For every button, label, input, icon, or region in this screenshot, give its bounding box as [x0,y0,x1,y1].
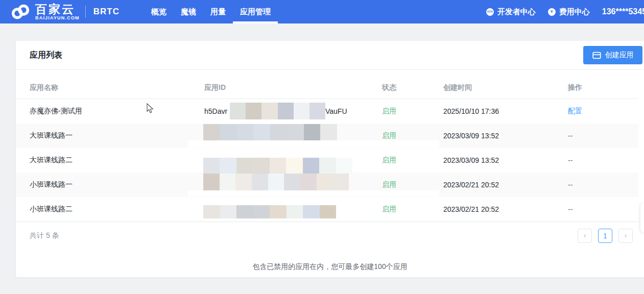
create-app-label: 创建应用 [605,51,634,60]
status-badge: 启用 [382,180,443,189]
prev-page-button[interactable]: ‹ [578,229,592,243]
developer-center-label: 开发者中心 [497,7,536,17]
status-badge: 启用 [382,205,443,214]
brand-divider [85,6,86,18]
app-name: 小班课线路一 [30,180,204,189]
card-header: 应用列表 创建应用 [16,41,644,70]
mouse-cursor [147,103,154,116]
billing-center-label: 费用中心 [559,7,590,17]
redacted-app-id [203,158,352,174]
main-nav: 概览 魔镜 用量 应用管理 [144,0,278,23]
status-badge: 启用 [382,131,443,140]
create-app-button[interactable]: 创建应用 [583,46,642,64]
nav-item-usage[interactable]: 用量 [203,0,233,23]
redacted-app-id [203,205,336,218]
status-badge: 启用 [382,156,443,165]
app-list-card: 应用列表 创建应用 应用名称 应用ID 状态 创建时间 操作 亦魔亦佛-测试用 … [16,41,644,277]
nav-item-app-management[interactable]: 应用管理 [233,0,278,23]
brand-domain: BAIJIAYUN.COM [35,15,80,20]
product-name: BRTC [93,7,120,17]
next-page-button[interactable]: › [618,229,633,243]
nav-item-magic-mirror[interactable]: 魔镜 [174,0,203,23]
app-name: 大班课线路二 [30,156,204,165]
page-title: 应用列表 [30,50,62,61]
pagination: ‹ 1 › [578,229,633,243]
app-table: 应用名称 应用ID 状态 创建时间 操作 亦魔亦佛-测试用 h5Davr Vau… [16,77,638,222]
code-circle-icon: </> [486,8,494,16]
brand-name: 百家云 [35,3,80,15]
created-time: 2023/03/09 13:52 [443,132,568,140]
col-app-id: 应用ID [204,83,382,92]
developer-center-link[interactable]: </> 开发者中心 [486,7,536,17]
action-placeholder: -- [568,181,638,189]
app-name: 亦魔亦佛-测试用 [30,107,204,116]
col-status: 状态 [382,83,443,92]
col-created: 创建时间 [443,83,568,92]
baijiayun-logo[interactable]: 百家云 BAIJIAYUN.COM [10,2,80,22]
app-name: 大班课线路一 [30,131,204,140]
action-placeholder: -- [568,156,638,164]
col-app-name: 应用名称 [30,83,204,92]
total-count: 共计 5 条 [30,231,59,240]
app-id-suffix: VauFU [325,107,347,115]
redaction-patch [188,190,439,197]
account-phone[interactable]: 136****5345 [602,7,644,16]
table-header-row: 应用名称 应用ID 状态 创建时间 操作 [16,77,638,99]
redaction-patch [188,140,439,148]
action-placeholder: -- [568,205,638,213]
quota-note: 包含已禁用的应用在内，您可最多创建100个应用 [16,262,644,272]
redacted-app-id [230,103,325,119]
yen-circle-icon: ¥ [548,8,556,16]
created-time: 2023/02/21 20:52 [443,205,568,213]
table-row: 亦魔亦佛-测试用 h5Davr VauFU 启用 2025/10/10 17:3… [16,99,638,124]
configure-link[interactable]: 配置 [568,107,638,116]
col-action: 操作 [568,83,638,92]
table-footer: 共计 5 条 ‹ 1 › [16,222,638,249]
logo-text: 百家云 BAIJIAYUN.COM [35,3,80,20]
top-navigation-bar: 百家云 BAIJIAYUN.COM BRTC 概览 魔镜 用量 应用管理 </>… [0,0,644,23]
app-name: 小班课线路二 [30,205,204,214]
created-time: 2025/10/10 17:36 [443,107,568,115]
topbar-right: </> 开发者中心 ¥ 费用中心 136****5345 [486,7,644,17]
created-time: 2023/02/21 20:52 [443,181,568,189]
redacted-app-id [203,124,337,140]
status-badge: 启用 [382,107,443,116]
page-number-button[interactable]: 1 [598,229,612,243]
app-id-prefix: h5Davr [204,107,227,115]
nav-item-overview[interactable]: 概览 [144,0,174,23]
interlocked-rings-icon [10,2,31,22]
action-placeholder: -- [568,132,638,140]
floating-widget-edge[interactable] [640,203,644,232]
created-time: 2023/03/09 13:52 [443,156,568,164]
redacted-app-id [203,174,349,190]
billing-center-link[interactable]: ¥ 费用中心 [548,7,590,17]
app-window-icon [592,52,601,59]
